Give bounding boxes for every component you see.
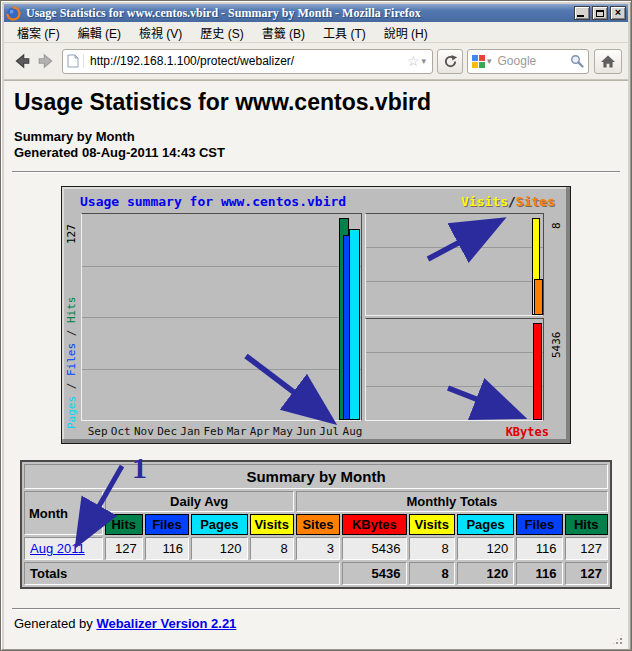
navigation-toolbar: http://192.168.1.100/protect/webalizer/ … — [4, 43, 628, 80]
resize-grip[interactable] — [611, 633, 624, 646]
generated-line: Generated 08-Aug-2011 14:43 CST — [14, 145, 620, 161]
totals-label: Totals — [24, 562, 340, 585]
close-icon: × — [611, 6, 625, 19]
forward-arrow-icon — [37, 52, 55, 70]
url-bar[interactable]: http://192.168.1.100/protect/webalizer/ … — [62, 49, 433, 74]
column-header-month: Month — [24, 491, 103, 535]
column-header-visits-daily: Visits — [250, 514, 294, 535]
footer-text: Generated by Webalizer Version 2.21 — [14, 616, 620, 631]
close-button[interactable]: × — [610, 6, 626, 20]
column-header-visits-total: Visits — [409, 514, 455, 535]
summary-table-section: Summary by Month Month Daily Avg Monthly… — [20, 460, 612, 589]
cell-pages-daily: 120 — [191, 537, 247, 560]
cell-hits-total: 127 — [565, 537, 608, 560]
total-files: 116 — [516, 562, 562, 585]
cell-files-total: 116 — [516, 537, 562, 560]
usage-summary-chart: Usage summary for www.centos.vbird Visit… — [61, 186, 571, 444]
column-header-pages-total: Pages — [457, 514, 514, 535]
window-title: Usage Statistics for www.centos.vbird - … — [24, 6, 571, 21]
kbytes-axis-label: KBytes — [506, 425, 549, 439]
cell-files-daily: 116 — [145, 537, 189, 560]
menu-bar: 檔案 (F) 編輯 (E) 檢視 (V) 歷史 (S) 書籤 (B) 工具 (T… — [4, 22, 628, 43]
forward-button[interactable] — [34, 49, 58, 73]
panel-kbytes — [365, 318, 544, 421]
titlebar: Usage Statistics for www.centos.vbird - … — [4, 4, 628, 22]
total-pages: 120 — [457, 562, 514, 585]
bar-pages — [349, 229, 360, 420]
bar-sites — [534, 279, 543, 315]
bar-kbytes — [533, 323, 542, 420]
page-icon — [67, 54, 84, 68]
month-cell: Aug 2011 — [24, 537, 103, 560]
page-title: Usage Statistics for www.centos.vbird — [14, 89, 620, 115]
menu-tools[interactable]: 工具 (T) — [314, 22, 375, 43]
total-kbytes: 5436 — [342, 562, 406, 585]
menu-history[interactable]: 歷史 (S) — [191, 22, 252, 43]
back-button[interactable] — [10, 49, 34, 73]
footer-divider — [12, 608, 620, 610]
table-title: Summary by Month — [24, 464, 608, 489]
reload-icon — [443, 54, 458, 69]
column-header-kbytes: KBytes — [342, 514, 406, 535]
left-axis-label: Pages / Files / Hits — [65, 295, 78, 429]
group-header-monthly-totals: Monthly Totals — [296, 491, 608, 512]
column-header-files-daily: Files — [145, 514, 189, 535]
menu-help[interactable]: 說明 (H) — [375, 22, 437, 43]
chart-title: Usage summary for www.centos.vbird — [80, 194, 346, 209]
menu-file[interactable]: 檔案 (F) — [8, 22, 69, 43]
cell-sites: 3 — [296, 537, 340, 560]
totals-row: Totals 5436 8 120 116 127 — [24, 562, 608, 585]
month-axis-labels: SepOctNovDecJanFebMarAprMayJunJulAug — [86, 425, 364, 438]
chart-legend: Visits/Sites — [461, 194, 555, 209]
column-header-files-total: Files — [516, 514, 562, 535]
legend-visits: Visits — [461, 194, 508, 209]
total-hits: 127 — [565, 562, 608, 585]
firefox-icon — [6, 6, 21, 21]
minimize-button[interactable] — [574, 6, 590, 20]
menu-bookmarks[interactable]: 書籤 (B) — [253, 22, 314, 43]
column-header-sites: Sites — [296, 514, 340, 535]
total-visits: 8 — [409, 562, 455, 585]
back-arrow-icon — [13, 52, 31, 70]
webalizer-link[interactable]: Webalizer Version 2.21 — [96, 616, 236, 631]
legend-sites: Sites — [516, 194, 555, 209]
home-button[interactable] — [594, 49, 622, 74]
y-axis-right-bottom-max: 5436 — [550, 320, 563, 358]
search-box[interactable]: ▾ Google — [467, 49, 589, 74]
url-dropdown-icon[interactable]: ▾ — [419, 57, 428, 66]
minimize-icon — [577, 15, 584, 17]
y-axis-left-max: 127 — [65, 214, 78, 244]
bookmark-star-icon[interactable]: ☆ — [407, 54, 420, 68]
summary-by-month-table: Summary by Month Month Daily Avg Monthly… — [20, 460, 612, 589]
column-header-hits-total: Hits — [565, 514, 608, 535]
magnifier-icon[interactable] — [570, 54, 584, 68]
y-axis-right-top-max: 8 — [550, 215, 563, 229]
divider — [12, 171, 620, 173]
page-content: Usage Statistics for www.centos.vbird Su… — [4, 80, 628, 649]
cell-visits-total: 8 — [409, 537, 455, 560]
url-input[interactable]: http://192.168.1.100/protect/webalizer/ — [84, 54, 407, 68]
cell-pages-total: 120 — [457, 537, 514, 560]
browser-window: Usage Statistics for www.centos.vbird - … — [0, 0, 632, 651]
google-logo-icon[interactable] — [472, 55, 485, 68]
cell-visits-daily: 8 — [250, 537, 294, 560]
cell-hits-daily: 127 — [105, 537, 143, 560]
column-header-pages-daily: Pages — [191, 514, 247, 535]
home-icon — [600, 54, 616, 69]
table-row: Aug 2011 127 116 120 8 3 5436 8 120 116 … — [24, 537, 608, 560]
summary-subheading: Summary by Month — [14, 129, 620, 145]
group-header-daily-avg: Daily Avg — [105, 491, 294, 512]
cell-kbytes: 5436 — [342, 537, 406, 560]
menu-view[interactable]: 檢視 (V) — [130, 22, 191, 43]
search-engine-dropdown-icon[interactable]: ▾ — [485, 57, 494, 66]
menu-edit[interactable]: 編輯 (E) — [69, 22, 130, 43]
search-input[interactable]: Google — [494, 54, 570, 68]
maximize-button[interactable] — [592, 6, 608, 20]
column-header-hits-daily: Hits — [105, 514, 143, 535]
aug-2011-link[interactable]: Aug 2011 — [30, 541, 85, 556]
maximize-icon — [596, 10, 604, 17]
panel-hits-files-pages — [81, 213, 362, 421]
reload-button[interactable] — [437, 49, 463, 74]
panel-visits-sites — [365, 213, 544, 316]
